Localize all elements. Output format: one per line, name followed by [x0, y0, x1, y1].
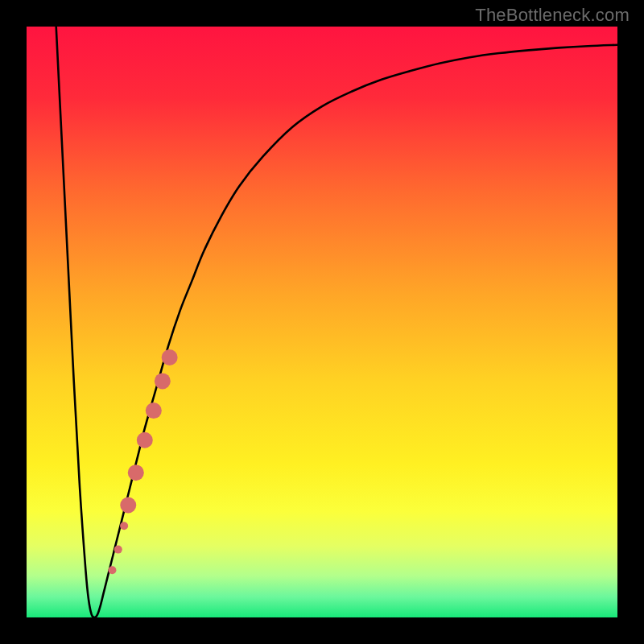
chart-frame: TheBottleneck.com — [0, 0, 644, 644]
scatter-marker — [120, 522, 128, 530]
watermark-label: TheBottleneck.com — [475, 5, 630, 26]
scatter-marker — [162, 349, 178, 365]
gradient-background — [27, 27, 617, 617]
scatter-marker — [128, 464, 144, 481]
scatter-marker — [155, 373, 171, 389]
bottleneck-chart — [27, 27, 617, 617]
scatter-marker — [120, 497, 136, 514]
scatter-marker — [137, 432, 153, 448]
scatter-marker — [114, 546, 122, 554]
scatter-marker — [108, 566, 116, 574]
scatter-marker — [146, 402, 162, 419]
